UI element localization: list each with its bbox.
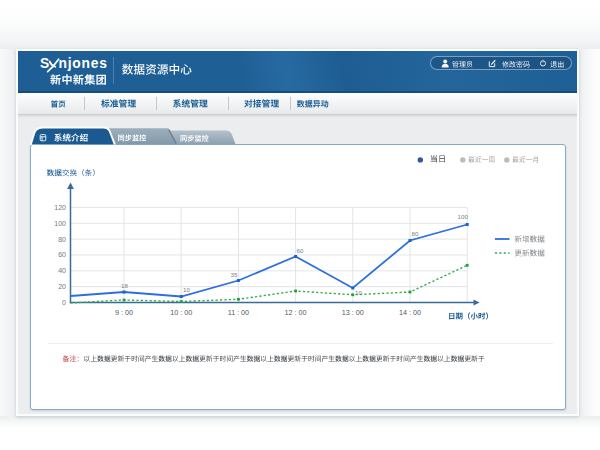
svg-text:20: 20 <box>58 283 66 290</box>
svg-text:60: 60 <box>297 247 304 254</box>
svg-text:80: 80 <box>58 236 66 243</box>
svg-text:35: 35 <box>231 271 238 278</box>
svg-text:40: 40 <box>58 267 66 274</box>
svg-text:80: 80 <box>412 230 419 237</box>
svg-text:10: 10 <box>183 286 190 293</box>
svg-text:12 : 00: 12 : 00 <box>285 308 307 317</box>
svg-text:0: 0 <box>62 299 66 306</box>
svg-text:14 : 00: 14 : 00 <box>399 308 421 317</box>
svg-text:11 : 00: 11 : 00 <box>228 308 249 317</box>
svg-text:9 : 00: 9 : 00 <box>115 308 133 317</box>
svg-text:120: 120 <box>54 204 66 211</box>
svg-text:60: 60 <box>58 251 66 258</box>
svg-text:10: 10 <box>355 289 362 296</box>
svg-text:13 : 00: 13 : 00 <box>342 308 364 317</box>
svg-text:100: 100 <box>54 220 66 227</box>
svg-text:100: 100 <box>458 213 469 220</box>
svg-text:10 : 00: 10 : 00 <box>170 308 192 317</box>
svg-text:18: 18 <box>121 282 128 289</box>
